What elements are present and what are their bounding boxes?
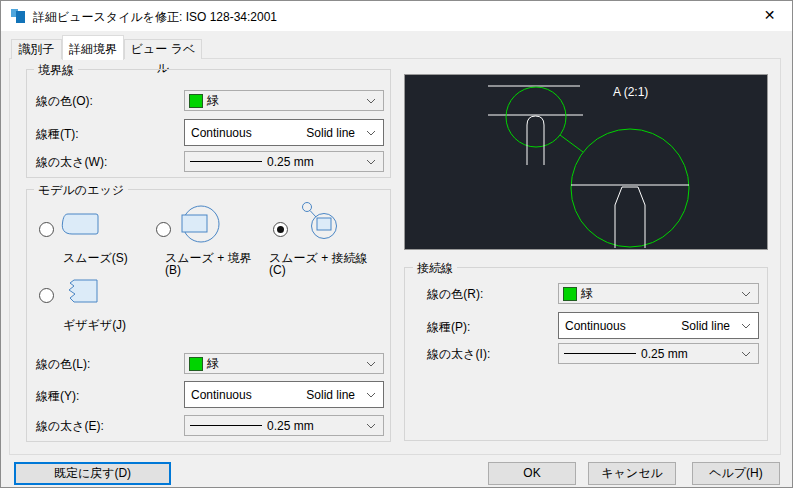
edge-linetype-style: Solid line [306,388,355,402]
chevron-down-icon [366,98,376,104]
edge-linetype-select[interactable]: Continuous Solid line [184,381,384,408]
boundary-linetype-select[interactable]: Continuous Solid line [184,119,384,146]
connection-linetype-label: 線種(P): [427,319,470,336]
radio-smooth-connection[interactable] [273,222,288,237]
tab-identifier[interactable]: 識別子 [11,39,62,59]
tab-detail-boundary[interactable]: 詳細境界 [62,35,124,60]
boundary-linetype-label: 線種(T): [36,126,79,143]
edge-color-label: 線の色(L): [36,356,90,373]
boundary-group-title: 境界線 [34,62,78,79]
boundary-color-value: 緑 [207,92,219,109]
edge-lineweight-label: 線の太さ(E): [36,418,104,435]
radio-smooth-label[interactable]: スムーズ(S) [63,250,128,267]
connection-linetype-select[interactable]: Continuous Solid line [558,312,759,339]
edge-color-value: 緑 [207,355,219,372]
app-icon [10,8,26,24]
chevron-down-icon [741,291,751,297]
tab-view-label[interactable]: ビュー ラベル [124,39,202,59]
reset-default-button[interactable]: 既定に戻す(D) [14,462,171,485]
edge-lineweight-select[interactable]: 0.25 mm [184,415,384,436]
radio-smooth-connection-sublabel[interactable]: (C) [269,263,286,277]
connection-lineweight-value: 0.25 mm [641,347,688,361]
style-preview: A (2:1) [404,74,768,250]
boundary-color-label: 線の色(O): [36,93,93,110]
radio-jagged[interactable] [39,288,54,303]
connection-color-select[interactable]: 緑 [558,283,759,304]
close-button[interactable]: ✕ [747,1,792,30]
smooth-icon [60,212,100,238]
radio-smooth-boundary[interactable] [156,222,171,237]
edge-linetype-name: Continuous [191,388,252,402]
green-color-swatch [563,287,577,301]
boundary-linetype-name: Continuous [191,126,252,140]
chevron-down-icon [366,392,376,398]
preview-view-label: A (2:1) [613,85,648,99]
boundary-linetype-style: Solid line [306,126,355,140]
boundary-lineweight-label: 線の太さ(W): [36,154,107,171]
edge-lineweight-value: 0.25 mm [267,419,314,433]
connection-color-value: 緑 [581,285,593,302]
radio-smooth[interactable] [39,222,54,237]
lineweight-sample-line [190,425,262,426]
lineweight-sample-line [564,353,636,354]
chevron-down-icon [366,361,376,367]
chevron-down-icon [366,159,376,165]
connection-lineweight-label: 線の太さ(I): [427,346,490,363]
preview-drawing: A (2:1) [405,75,767,249]
model-edges-group-title: モデルのエッジ [34,182,128,199]
green-color-swatch [189,94,203,108]
connection-linetype-style: Solid line [681,319,730,333]
edge-linetype-label: 線種(Y): [36,388,79,405]
radio-jagged-label[interactable]: ギザギザ(J) [63,317,126,334]
smooth-connection-icon [299,201,343,243]
window-title: 詳細ビュースタイルを修正: ISO 128-34:2001 [33,9,277,26]
ok-button[interactable]: OK [488,462,576,485]
title-bar: 詳細ビュースタイルを修正: ISO 128-34:2001 ✕ [1,1,792,31]
cancel-button[interactable]: キャンセル [588,462,676,485]
connection-linetype-name: Continuous [565,319,626,333]
boundary-lineweight-select[interactable]: 0.25 mm [184,151,384,172]
chevron-down-icon [741,323,751,329]
chevron-down-icon [366,130,376,136]
help-button[interactable]: ヘルプ(H) [692,462,780,485]
edge-color-select[interactable]: 緑 [184,353,384,374]
smooth-boundary-icon [178,203,222,245]
connection-color-label: 線の色(R): [427,286,483,303]
connection-group-title: 接続線 [413,260,457,277]
jagged-icon [60,278,100,306]
boundary-color-select[interactable]: 緑 [184,90,384,111]
lineweight-sample-line [190,161,262,162]
detail-view-style-dialog: 詳細ビュースタイルを修正: ISO 128-34:2001 ✕ 識別子 詳細境界… [0,0,793,488]
connection-lineweight-select[interactable]: 0.25 mm [558,343,759,364]
green-color-swatch [189,357,203,371]
chevron-down-icon [741,351,751,357]
chevron-down-icon [366,423,376,429]
radio-smooth-boundary-sublabel[interactable]: (B) [165,263,181,277]
boundary-lineweight-value: 0.25 mm [267,155,314,169]
